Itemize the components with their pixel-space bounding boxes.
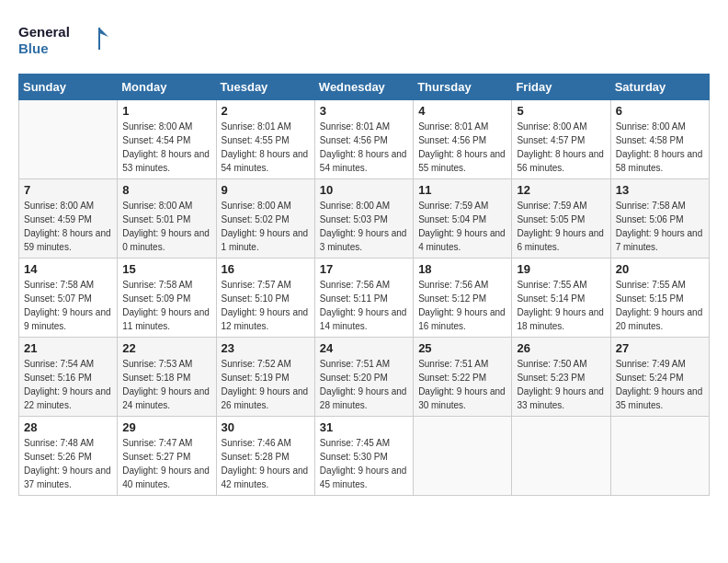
day-cell: 18Sunrise: 7:56 AMSunset: 5:12 PMDayligh… <box>414 259 512 338</box>
day-number: 25 <box>418 341 506 355</box>
day-cell: 16Sunrise: 7:57 AMSunset: 5:10 PMDayligh… <box>216 259 314 338</box>
week-row-4: 21Sunrise: 7:54 AMSunset: 5:16 PMDayligh… <box>19 338 710 417</box>
day-info: Sunrise: 8:01 AMSunset: 4:56 PMDaylight:… <box>320 120 408 175</box>
day-number: 19 <box>517 262 605 276</box>
day-info: Sunrise: 8:01 AMSunset: 4:56 PMDaylight:… <box>418 120 506 175</box>
day-cell: 5Sunrise: 8:00 AMSunset: 4:57 PMDaylight… <box>512 100 610 179</box>
header-day-monday: Monday <box>118 75 216 100</box>
day-cell: 6Sunrise: 8:00 AMSunset: 4:58 PMDaylight… <box>610 100 709 179</box>
svg-marker-2 <box>99 28 108 37</box>
day-info: Sunrise: 8:00 AMSunset: 5:02 PMDaylight:… <box>222 199 310 254</box>
day-info: Sunrise: 7:58 AMSunset: 5:06 PMDaylight:… <box>616 199 704 254</box>
day-info: Sunrise: 7:51 AMSunset: 5:22 PMDaylight:… <box>418 357 506 412</box>
day-number: 23 <box>222 341 310 355</box>
day-cell: 30Sunrise: 7:46 AMSunset: 5:28 PMDayligh… <box>216 417 314 496</box>
day-number: 3 <box>320 104 408 118</box>
day-info: Sunrise: 8:00 AMSunset: 4:59 PMDaylight:… <box>24 199 112 254</box>
day-info: Sunrise: 8:00 AMSunset: 4:54 PMDaylight:… <box>122 120 210 175</box>
day-info: Sunrise: 8:00 AMSunset: 5:01 PMDaylight:… <box>122 199 210 254</box>
header-day-friday: Friday <box>512 75 610 100</box>
day-cell: 20Sunrise: 7:55 AMSunset: 5:15 PMDayligh… <box>610 259 709 338</box>
day-cell: 15Sunrise: 7:58 AMSunset: 5:09 PMDayligh… <box>118 259 216 338</box>
day-number: 20 <box>616 262 704 276</box>
svg-text:Blue: Blue <box>18 40 49 56</box>
day-info: Sunrise: 7:57 AMSunset: 5:10 PMDaylight:… <box>222 278 310 333</box>
week-row-5: 28Sunrise: 7:48 AMSunset: 5:26 PMDayligh… <box>19 417 710 496</box>
day-info: Sunrise: 7:53 AMSunset: 5:18 PMDaylight:… <box>122 357 210 412</box>
day-number: 16 <box>222 262 310 276</box>
page-header: General Blue <box>18 18 710 59</box>
day-info: Sunrise: 7:56 AMSunset: 5:12 PMDaylight:… <box>418 278 506 333</box>
day-number: 12 <box>517 183 605 197</box>
day-number: 15 <box>122 262 210 276</box>
day-number: 27 <box>616 341 704 355</box>
day-info: Sunrise: 8:00 AMSunset: 4:57 PMDaylight:… <box>517 120 605 175</box>
day-cell <box>414 417 512 496</box>
day-info: Sunrise: 7:46 AMSunset: 5:28 PMDaylight:… <box>222 436 310 491</box>
day-number: 10 <box>320 183 408 197</box>
day-info: Sunrise: 7:55 AMSunset: 5:15 PMDaylight:… <box>616 278 704 333</box>
day-number: 4 <box>418 104 506 118</box>
day-cell: 17Sunrise: 7:56 AMSunset: 5:11 PMDayligh… <box>314 259 413 338</box>
day-number: 11 <box>418 183 506 197</box>
day-info: Sunrise: 7:58 AMSunset: 5:07 PMDaylight:… <box>24 278 112 333</box>
day-number: 5 <box>517 104 605 118</box>
header-day-saturday: Saturday <box>610 75 709 100</box>
day-cell: 8Sunrise: 8:00 AMSunset: 5:01 PMDaylight… <box>118 179 216 259</box>
day-cell: 23Sunrise: 7:52 AMSunset: 5:19 PMDayligh… <box>216 338 314 417</box>
day-number: 18 <box>418 262 506 276</box>
svg-text:General: General <box>18 24 70 40</box>
day-cell: 9Sunrise: 8:00 AMSunset: 5:02 PMDaylight… <box>216 179 314 259</box>
day-cell: 4Sunrise: 8:01 AMSunset: 4:56 PMDaylight… <box>414 100 512 179</box>
day-cell: 26Sunrise: 7:50 AMSunset: 5:23 PMDayligh… <box>512 338 610 417</box>
week-row-2: 7Sunrise: 8:00 AMSunset: 4:59 PMDaylight… <box>19 179 710 259</box>
day-number: 24 <box>320 341 408 355</box>
header-row: SundayMondayTuesdayWednesdayThursdayFrid… <box>19 75 710 100</box>
day-cell: 12Sunrise: 7:59 AMSunset: 5:05 PMDayligh… <box>512 179 610 259</box>
day-cell: 10Sunrise: 8:00 AMSunset: 5:03 PMDayligh… <box>314 179 413 259</box>
day-info: Sunrise: 8:01 AMSunset: 4:55 PMDaylight:… <box>222 120 310 175</box>
day-number: 17 <box>320 262 408 276</box>
day-cell: 27Sunrise: 7:49 AMSunset: 5:24 PMDayligh… <box>610 338 709 417</box>
day-info: Sunrise: 7:56 AMSunset: 5:11 PMDaylight:… <box>320 278 408 333</box>
day-number: 7 <box>24 183 112 197</box>
day-cell: 21Sunrise: 7:54 AMSunset: 5:16 PMDayligh… <box>19 338 118 417</box>
calendar-table: SundayMondayTuesdayWednesdayThursdayFrid… <box>18 74 710 496</box>
day-cell <box>610 417 709 496</box>
day-info: Sunrise: 7:49 AMSunset: 5:24 PMDaylight:… <box>616 357 704 412</box>
day-info: Sunrise: 7:48 AMSunset: 5:26 PMDaylight:… <box>24 436 112 491</box>
day-cell <box>512 417 610 496</box>
day-info: Sunrise: 7:59 AMSunset: 5:04 PMDaylight:… <box>418 199 506 254</box>
header-day-tuesday: Tuesday <box>216 75 314 100</box>
day-info: Sunrise: 7:59 AMSunset: 5:05 PMDaylight:… <box>517 199 605 254</box>
header-day-wednesday: Wednesday <box>314 75 413 100</box>
day-cell: 25Sunrise: 7:51 AMSunset: 5:22 PMDayligh… <box>414 338 512 417</box>
day-info: Sunrise: 7:50 AMSunset: 5:23 PMDaylight:… <box>517 357 605 412</box>
day-cell: 19Sunrise: 7:55 AMSunset: 5:14 PMDayligh… <box>512 259 610 338</box>
day-number: 1 <box>122 104 210 118</box>
day-info: Sunrise: 8:00 AMSunset: 5:03 PMDaylight:… <box>320 199 408 254</box>
day-info: Sunrise: 7:45 AMSunset: 5:30 PMDaylight:… <box>320 436 408 491</box>
day-number: 6 <box>616 104 704 118</box>
day-number: 28 <box>24 420 112 434</box>
day-cell: 14Sunrise: 7:58 AMSunset: 5:07 PMDayligh… <box>19 259 118 338</box>
day-cell: 1Sunrise: 8:00 AMSunset: 4:54 PMDaylight… <box>118 100 216 179</box>
day-info: Sunrise: 7:47 AMSunset: 5:27 PMDaylight:… <box>122 436 210 491</box>
day-cell: 3Sunrise: 8:01 AMSunset: 4:56 PMDaylight… <box>314 100 413 179</box>
day-number: 31 <box>320 420 408 434</box>
day-number: 2 <box>222 104 310 118</box>
day-number: 14 <box>24 262 112 276</box>
day-cell: 31Sunrise: 7:45 AMSunset: 5:30 PMDayligh… <box>314 417 413 496</box>
day-cell: 29Sunrise: 7:47 AMSunset: 5:27 PMDayligh… <box>118 417 216 496</box>
day-number: 9 <box>222 183 310 197</box>
day-cell: 24Sunrise: 7:51 AMSunset: 5:20 PMDayligh… <box>314 338 413 417</box>
header-day-sunday: Sunday <box>19 75 118 100</box>
day-cell: 22Sunrise: 7:53 AMSunset: 5:18 PMDayligh… <box>118 338 216 417</box>
day-number: 29 <box>122 420 210 434</box>
day-info: Sunrise: 7:54 AMSunset: 5:16 PMDaylight:… <box>24 357 112 412</box>
day-info: Sunrise: 7:51 AMSunset: 5:20 PMDaylight:… <box>320 357 408 412</box>
day-cell: 2Sunrise: 8:01 AMSunset: 4:55 PMDaylight… <box>216 100 314 179</box>
logo-svg: General Blue <box>18 18 110 59</box>
day-info: Sunrise: 7:52 AMSunset: 5:19 PMDaylight:… <box>222 357 310 412</box>
day-number: 21 <box>24 341 112 355</box>
